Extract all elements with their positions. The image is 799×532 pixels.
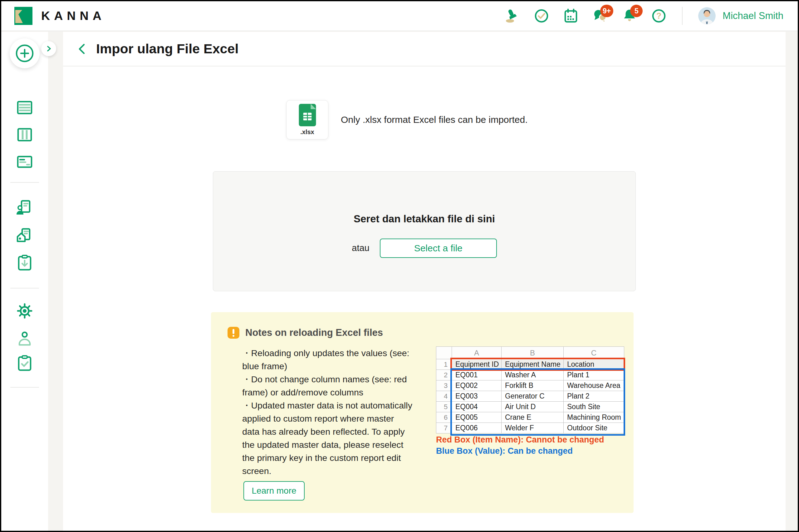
notes-header: Notes on reloading Excel files bbox=[228, 327, 383, 339]
sheet-row-number: 4 bbox=[436, 391, 452, 402]
sheet-cell: Plant 1 bbox=[564, 370, 624, 380]
notes-bullet: ・Reloading only updates the values (see:… bbox=[242, 346, 413, 373]
sidebar-item-settings-gear[interactable] bbox=[16, 302, 33, 320]
xlsx-file-card: .xlsx bbox=[286, 100, 328, 139]
sheet-cell: Outdoor Site bbox=[564, 423, 624, 434]
navbar-actions: 9+ 5 ? bbox=[505, 7, 783, 25]
sheet-cell: Equipment ID bbox=[452, 359, 502, 370]
sidebar bbox=[1, 32, 48, 531]
sheet-cell: Machining Room bbox=[564, 412, 624, 423]
chat-icon[interactable]: 9+ bbox=[593, 8, 608, 23]
sheet-data-row: 4EQ003Generator CPlant 2 bbox=[436, 391, 624, 402]
sheet-column-letter: B bbox=[502, 347, 564, 359]
notes-bullets: ・Reloading only updates the values (see:… bbox=[242, 346, 413, 477]
sheet-data-row: 2EQ001Washer APlant 1 bbox=[436, 370, 624, 380]
sidebar-item-report-card[interactable] bbox=[16, 153, 33, 171]
sidebar-item-account-person[interactable] bbox=[16, 330, 33, 347]
sheet-row-number: 1 bbox=[436, 359, 452, 370]
sheet-cell: Plant 2 bbox=[564, 391, 624, 402]
sheet-row-number: 5 bbox=[436, 402, 452, 412]
sheet-cell: Welder F bbox=[502, 423, 564, 434]
learn-more-button[interactable]: Learn more bbox=[243, 481, 305, 500]
warning-icon bbox=[228, 327, 239, 339]
sidebar-item-member-document[interactable] bbox=[16, 199, 33, 216]
brand-name: KANNA bbox=[41, 9, 106, 23]
sheet-data-row: 3EQ002Forklift BWarehouse Area bbox=[436, 380, 624, 391]
sheet-data-row: 5EQ004Air Unit DSouth Site bbox=[436, 402, 624, 412]
svg-text:?: ? bbox=[656, 11, 662, 21]
sheet-cell: Forklift B bbox=[502, 380, 564, 391]
notes-bullet: ・Updated master data is not automaticall… bbox=[242, 399, 413, 477]
brand-logo[interactable]: KANNA bbox=[14, 7, 106, 25]
sidebar-item-site-document[interactable] bbox=[16, 227, 33, 245]
sheet-row-number: 6 bbox=[436, 412, 452, 423]
help-icon[interactable]: ? bbox=[651, 8, 666, 23]
calendar-icon[interactable] bbox=[563, 8, 578, 23]
chat-badge: 9+ bbox=[600, 5, 613, 17]
file-format-note: Only .xlsx format Excel files can be imp… bbox=[341, 114, 528, 125]
app-window: KANNA bbox=[0, 0, 799, 532]
sheet-cell: Warehouse Area bbox=[564, 380, 624, 391]
kanna-logo-icon bbox=[14, 7, 33, 25]
sidebar-item-board-columns[interactable] bbox=[16, 126, 33, 144]
avatar bbox=[698, 7, 716, 25]
sidebar-divider bbox=[10, 182, 39, 183]
sheet-label-row: 1Equipment IDEquipment NameLocation bbox=[436, 359, 624, 370]
create-plus-button[interactable] bbox=[10, 38, 40, 68]
sheet-cell: EQ006 bbox=[452, 423, 502, 434]
top-navbar: KANNA bbox=[1, 1, 798, 31]
sample-spreadsheet: ABC1Equipment IDEquipment NameLocation2E… bbox=[436, 346, 624, 434]
sheet-row-number: 2 bbox=[436, 370, 452, 380]
stamp-icon[interactable] bbox=[505, 8, 520, 23]
sheet-cell: Generator C bbox=[502, 391, 564, 402]
sheet-cell: EQ003 bbox=[452, 391, 502, 402]
approval-check-icon[interactable] bbox=[534, 8, 549, 23]
back-chevron-icon[interactable] bbox=[75, 41, 89, 56]
sheet-cell: Equipment Name bbox=[502, 359, 564, 370]
notes-panel: Notes on reloading Excel files ・Reloadin… bbox=[211, 312, 634, 513]
notes-heading: Notes on reloading Excel files bbox=[245, 327, 383, 338]
sheet-row-number: 7 bbox=[436, 423, 452, 434]
dropzone-actions: atau Select a file bbox=[352, 239, 496, 258]
notification-badge: 5 bbox=[630, 5, 643, 17]
sheet-row-number: 3 bbox=[436, 380, 452, 391]
sidebar-divider bbox=[10, 387, 39, 387]
sheet-column-letter: A bbox=[452, 347, 502, 359]
sheet-cell: Location bbox=[564, 359, 624, 370]
navbar-divider bbox=[682, 7, 683, 25]
file-extension-label: .xlsx bbox=[300, 129, 314, 136]
sheet-data-row: 7EQ006Welder FOutdoor Site bbox=[436, 423, 624, 434]
sidebar-item-list-rows[interactable] bbox=[16, 99, 33, 116]
dropzone-heading: Seret dan letakkan file di sini bbox=[353, 213, 495, 225]
notes-bullet: ・Do not change column names (see: red fr… bbox=[242, 373, 413, 399]
file-hint-row: .xlsx Only .xlsx format Excel files can … bbox=[286, 100, 528, 139]
sheet-column-letter: C bbox=[564, 347, 624, 359]
file-dropzone[interactable]: Seret dan letakkan file di sini atau Sel… bbox=[213, 171, 636, 291]
sheet-cell: Crane E bbox=[502, 412, 564, 423]
sheet-cell: EQ004 bbox=[452, 402, 502, 412]
sheet-cell: EQ002 bbox=[452, 380, 502, 391]
dropzone-or-label: atau bbox=[352, 243, 369, 253]
sidebar-expand-chevron-icon[interactable] bbox=[41, 41, 56, 56]
sidebar-divider bbox=[10, 288, 39, 288]
sheet-table: ABC1Equipment IDEquipment NameLocation2E… bbox=[436, 346, 624, 434]
user-name: Michael Smith bbox=[723, 10, 783, 21]
red-frame-caption: Red Box (Item Name): Cannot be changed bbox=[436, 435, 604, 445]
sheet-corner bbox=[436, 347, 452, 359]
blue-frame-caption: Blue Box (Value): Can be changed bbox=[436, 446, 573, 456]
page-header: Impor ulang File Excel bbox=[63, 32, 785, 66]
user-menu[interactable]: Michael Smith bbox=[698, 7, 783, 25]
sheet-cell: Air Unit D bbox=[502, 402, 564, 412]
main-panel: Impor ulang File Excel .xlsx Only .xls bbox=[63, 32, 785, 531]
spreadsheet-file-icon bbox=[299, 104, 316, 126]
page-title: Impor ulang File Excel bbox=[96, 41, 238, 56]
notifications-bell-icon[interactable]: 5 bbox=[622, 8, 637, 23]
scrollbar-gutter[interactable] bbox=[785, 32, 799, 531]
sheet-cell: South Site bbox=[564, 402, 624, 412]
sheet-cell: EQ005 bbox=[452, 412, 502, 423]
sheet-cell: EQ001 bbox=[452, 370, 502, 380]
sidebar-item-clipboard-approval[interactable] bbox=[16, 355, 33, 372]
sidebar-item-clipboard-import[interactable] bbox=[16, 254, 33, 272]
sheet-cell: Washer A bbox=[502, 370, 564, 380]
select-file-button[interactable]: Select a file bbox=[380, 239, 497, 258]
